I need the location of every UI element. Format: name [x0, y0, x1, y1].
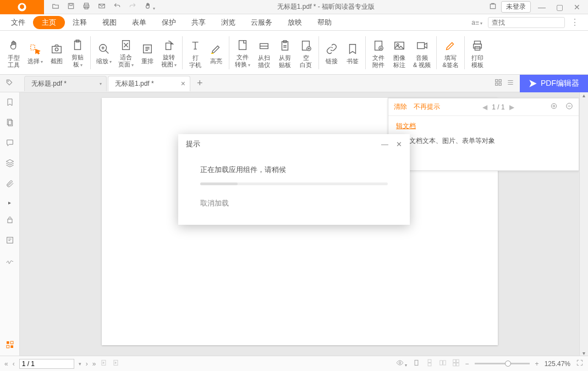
search-input[interactable] — [492, 19, 574, 26]
hand-dropdown-icon[interactable]: ▾ — [144, 2, 155, 12]
left-nav-panel: ▸ — [0, 92, 20, 356]
menu-cloud[interactable]: 云服务 — [243, 15, 280, 30]
pdf-editor-button[interactable]: PDF编辑器 — [520, 75, 588, 92]
link-button[interactable]: 链接 — [321, 34, 342, 72]
search-box[interactable] — [488, 17, 565, 28]
menu-view[interactable]: 视图 — [95, 15, 124, 30]
attachment-button[interactable]: 文件 附件 — [368, 34, 389, 72]
zoom-in-icon[interactable]: + — [535, 360, 539, 368]
menu-home[interactable]: 主页 — [33, 16, 65, 29]
typewriter-button[interactable]: 打 字机 — [185, 34, 206, 72]
fields-panel-icon[interactable] — [6, 236, 14, 246]
page-number-input[interactable] — [19, 359, 74, 369]
close-icon[interactable]: ✕ — [570, 3, 584, 12]
zoom-slider-handle[interactable] — [505, 361, 511, 367]
more-icon[interactable]: ⋮ — [570, 17, 579, 27]
menu-play[interactable]: 放映 — [280, 15, 310, 30]
pages-panel-icon[interactable] — [6, 118, 14, 129]
expand-panel-icon[interactable]: ▸ — [8, 200, 11, 206]
document-tab-2[interactable]: 无标题1.pdf *× — [108, 76, 190, 91]
print-icon[interactable] — [83, 2, 90, 12]
open-icon[interactable] — [52, 2, 59, 12]
app-logo[interactable] — [0, 0, 44, 14]
snapshot-button[interactable]: 截图 — [46, 34, 67, 72]
next-page-icon[interactable]: › — [86, 360, 88, 368]
svg-rect-43 — [10, 345, 13, 348]
highlight-button[interactable]: 高亮 — [206, 34, 227, 72]
continuous-facing-icon[interactable] — [452, 359, 460, 368]
tip-prev-icon[interactable]: ◀ — [482, 103, 487, 111]
last-page-icon[interactable]: » — [92, 360, 96, 368]
undo-icon[interactable] — [113, 2, 121, 12]
tip-title-link[interactable]: 辑文档 — [396, 122, 416, 130]
fullscreen-icon[interactable] — [576, 359, 584, 368]
rotate-button[interactable]: 旋转 视图▾ — [158, 34, 180, 72]
grid-view-icon[interactable] — [494, 79, 502, 88]
attachments-panel-icon[interactable] — [6, 179, 14, 190]
document-tab-1[interactable]: 无标题.pdf *▾ — [24, 76, 107, 91]
menu-help[interactable]: 帮助 — [310, 15, 339, 30]
bookmark-button[interactable]: 书签 — [342, 34, 363, 72]
dialog-close-icon[interactable]: ✕ — [396, 140, 402, 148]
menu-comment[interactable]: 注释 — [65, 15, 95, 30]
from-scanner-button[interactable]: 从扫 描仪 — [254, 34, 274, 72]
zoom-button[interactable]: 缩放▾ — [93, 34, 115, 72]
prev-page-icon[interactable]: ‹ — [13, 360, 15, 368]
scroll-up-icon[interactable]: ▴ — [580, 92, 588, 98]
reflow-button[interactable]: 重排 — [137, 34, 158, 72]
menu-protect[interactable]: 保护 — [154, 15, 184, 30]
layers-panel-icon[interactable] — [6, 159, 14, 169]
first-page-icon[interactable]: « — [4, 360, 8, 368]
tag-icon[interactable] — [6, 79, 13, 88]
svg-rect-39 — [7, 237, 13, 243]
audio-video-button[interactable]: 音频 & 视频 — [410, 34, 434, 72]
tip-close-icon[interactable] — [565, 102, 573, 112]
page-dropdown-icon[interactable]: ▾ — [79, 361, 81, 367]
skin-icon[interactable] — [489, 2, 497, 12]
bookmark-panel-icon[interactable] — [6, 98, 14, 108]
facing-icon[interactable] — [439, 359, 447, 368]
redo-icon[interactable] — [129, 2, 136, 12]
tip-no-prompt-link[interactable]: 不再提示 — [414, 102, 440, 112]
tab-close-icon[interactable]: × — [181, 79, 185, 88]
list-view-icon[interactable] — [507, 79, 514, 88]
blank-page-button[interactable]: 空 白页 — [295, 34, 316, 72]
image-annotation-button[interactable]: 图像 标注 — [389, 34, 410, 72]
fill-sign-button[interactable]: 填写 &签名 — [439, 34, 461, 72]
add-tab-button[interactable]: + — [197, 77, 203, 89]
clipboard-button[interactable]: 剪贴 板▾ — [67, 34, 88, 72]
maximize-icon[interactable]: ▢ — [553, 3, 566, 12]
email-icon[interactable] — [98, 2, 106, 12]
print-template-button[interactable]: 打印 模板 — [467, 34, 488, 72]
vertical-scrollbar[interactable]: ▴ ▾ — [579, 92, 588, 356]
save-icon[interactable] — [67, 2, 75, 12]
select-button[interactable]: 选择▾ — [24, 34, 46, 72]
svg-rect-33 — [499, 80, 501, 82]
find-menu-icon[interactable]: a☰▾ — [471, 19, 482, 26]
zoom-slider[interactable] — [475, 363, 530, 364]
view-mode-icon[interactable]: ▾ — [396, 359, 407, 368]
zoom-out-icon[interactable]: − — [465, 360, 469, 368]
menu-form[interactable]: 表单 — [124, 15, 154, 30]
menu-share[interactable]: 共享 — [184, 15, 213, 30]
single-page-icon[interactable] — [413, 359, 420, 368]
pdf-editor-label: PDF编辑器 — [541, 79, 579, 88]
hand-tool-button[interactable]: 手型 工具 — [3, 34, 24, 72]
tip-settings-icon[interactable] — [550, 102, 558, 112]
login-button[interactable]: 未登录 — [501, 1, 531, 13]
tip-clear-link[interactable]: 清除 — [394, 102, 407, 112]
cancel-loading-link[interactable]: 取消加载 — [200, 198, 388, 208]
continuous-icon[interactable] — [426, 359, 433, 368]
menu-browse[interactable]: 浏览 — [213, 15, 243, 30]
dialog-minimize-icon[interactable]: — — [381, 140, 388, 148]
fit-page-button[interactable]: 适合 页面▾ — [115, 34, 137, 72]
comments-panel-icon[interactable] — [6, 139, 14, 149]
minimize-icon[interactable]: — — [535, 3, 548, 12]
signature-panel-icon[interactable] — [6, 256, 14, 267]
from-clipboard-button[interactable]: 从剪 贴板 — [274, 34, 295, 72]
tip-next-icon[interactable]: ▶ — [509, 103, 514, 111]
security-panel-icon[interactable] — [6, 215, 14, 226]
convert-button[interactable]: 文件 转换▾ — [232, 34, 254, 72]
menu-file[interactable]: 文件 — [3, 15, 33, 30]
apps-panel-icon[interactable] — [6, 340, 14, 351]
